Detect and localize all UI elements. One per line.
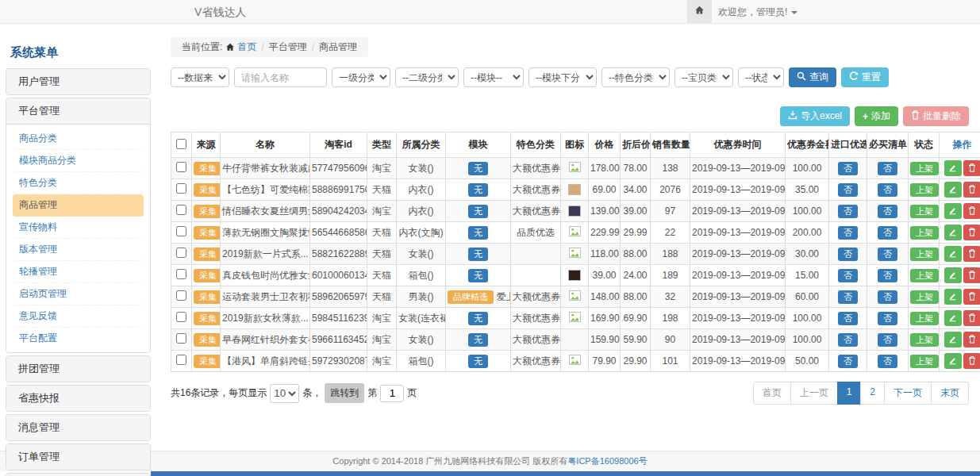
sidebar-subitem[interactable]: 启动页管理 [13,283,144,305]
user-menu[interactable]: 欢迎您，管理员! [718,0,797,24]
edit-button[interactable] [944,246,962,262]
import-choice-toggle[interactable]: 否 [838,183,858,197]
edit-button[interactable] [944,203,962,219]
pager-button-下一页[interactable]: 下一页 [884,382,932,405]
jump-button[interactable]: 跳转到 [325,383,364,403]
filter-select-3[interactable]: --模块-- [463,67,524,87]
pager-button-末页[interactable]: 末页 [931,382,969,405]
import-choice-toggle[interactable]: 否 [838,312,858,325]
must-buy-toggle[interactable]: 否 [878,312,897,325]
must-buy-toggle[interactable]: 否 [878,205,897,218]
delete-button[interactable] [963,246,980,262]
sidebar-item-3[interactable]: 省惠快报 [6,386,150,411]
status-badge[interactable]: 上架 [910,205,939,218]
status-badge[interactable]: 上架 [910,355,939,368]
delete-button[interactable] [963,225,980,240]
edit-button[interactable] [944,225,962,240]
import-choice-toggle[interactable]: 否 [838,205,858,218]
batch-delete-button[interactable]: 批量删除 [903,106,969,126]
pager-button-首页[interactable]: 首页 [753,382,791,405]
sidebar-subitem[interactable]: 宣传物料 [13,217,144,239]
sidebar-item-4[interactable]: 消息管理 [6,415,150,440]
sidebar-subitem[interactable]: 特色分类 [13,172,144,194]
row-checkbox[interactable] [176,248,186,258]
import-choice-toggle[interactable]: 否 [838,290,858,304]
row-checkbox[interactable] [176,269,186,279]
jump-page-input[interactable] [380,385,404,402]
delete-button[interactable] [963,203,980,219]
row-checkbox[interactable] [176,162,186,172]
edit-button[interactable] [944,332,962,347]
edit-button[interactable] [944,353,962,369]
edit-button[interactable] [944,182,962,198]
import-choice-toggle[interactable]: 否 [838,355,858,368]
filter-select-5[interactable]: --特色分类-- [601,67,670,87]
must-buy-toggle[interactable]: 否 [878,290,897,304]
status-badge[interactable]: 上架 [910,312,939,325]
import-choice-toggle[interactable]: 否 [838,226,858,240]
delete-button[interactable] [963,182,980,198]
row-checkbox[interactable] [176,355,186,365]
sidebar-subitem[interactable]: 版本管理 [13,239,144,261]
sidebar-item-1[interactable]: 平台管理 [6,98,150,124]
delete-button[interactable] [963,332,980,347]
status-badge[interactable]: 上架 [910,333,939,347]
status-badge[interactable]: 上架 [910,183,939,197]
delete-button[interactable] [963,267,980,283]
breadcrumb-home-link[interactable]: 首页 [225,40,256,54]
delete-button[interactable] [963,289,980,305]
delete-button[interactable] [963,353,980,369]
import-choice-toggle[interactable]: 否 [838,248,858,261]
import-choice-toggle[interactable]: 否 [838,162,858,175]
name-search-input[interactable] [234,67,327,87]
filter-select-4[interactable]: --模块下分类-- [528,67,597,87]
must-buy-toggle[interactable]: 否 [878,226,897,240]
edit-button[interactable] [944,160,962,176]
row-checkbox[interactable] [176,333,186,344]
sidebar-subitem[interactable]: 商品分类 [13,128,144,150]
status-badge[interactable]: 上架 [910,248,939,261]
must-buy-toggle[interactable]: 否 [878,162,897,175]
pager-button-上一页[interactable]: 上一页 [790,382,838,405]
row-checkbox[interactable] [176,205,186,215]
delete-button[interactable] [963,310,980,326]
sidebar-subitem[interactable]: 商品管理 [13,194,144,217]
filter-select-2[interactable]: --二级分类-- [395,67,459,87]
page-size-select[interactable]: 10 [270,384,299,403]
sidebar-item-0[interactable]: 用户管理 [6,69,150,94]
edit-button[interactable] [944,310,962,326]
must-buy-toggle[interactable]: 否 [878,355,897,368]
must-buy-toggle[interactable]: 否 [878,248,897,261]
must-buy-toggle[interactable]: 否 [878,183,897,197]
must-buy-toggle[interactable]: 否 [878,333,897,347]
sidebar-item-2[interactable]: 拼团管理 [6,356,150,382]
row-checkbox[interactable] [176,290,186,301]
delete-button[interactable] [963,160,980,176]
sidebar-subitem[interactable]: 模块商品分类 [13,150,144,172]
select-all-checkbox[interactable] [176,139,186,149]
status-badge[interactable]: 上架 [910,290,939,304]
edit-button[interactable] [944,289,962,305]
row-checkbox[interactable] [176,183,186,194]
pager-button-1[interactable]: 1 [837,382,862,405]
sidebar-subitem[interactable]: 意见反馈 [13,305,144,328]
filter-select-0[interactable]: --数据来源-- [171,67,229,87]
filter-select-7[interactable]: --状态-- [738,67,784,87]
reset-button[interactable]: 重置 [841,67,889,87]
status-badge[interactable]: 上架 [910,269,939,282]
query-button[interactable]: 查询 [789,67,836,87]
row-checkbox[interactable] [176,312,186,322]
sidebar-subitem[interactable]: 平台配置 [13,328,144,349]
status-badge[interactable]: 上架 [910,226,939,240]
icp-link[interactable]: 粤ICP备16098006号 [567,455,647,467]
status-badge[interactable]: 上架 [910,162,939,175]
pager-button-2[interactable]: 2 [860,382,885,405]
import-excel-button[interactable]: 导入excel [780,106,850,126]
import-choice-toggle[interactable]: 否 [838,333,858,347]
home-button[interactable] [687,0,712,23]
must-buy-toggle[interactable]: 否 [878,269,897,282]
filter-select-6[interactable]: --宝贝类型-- [674,67,733,87]
add-button[interactable]: + 添加 [855,106,898,126]
import-choice-toggle[interactable]: 否 [838,269,858,282]
sidebar-subitem[interactable]: 轮播管理 [13,261,144,283]
